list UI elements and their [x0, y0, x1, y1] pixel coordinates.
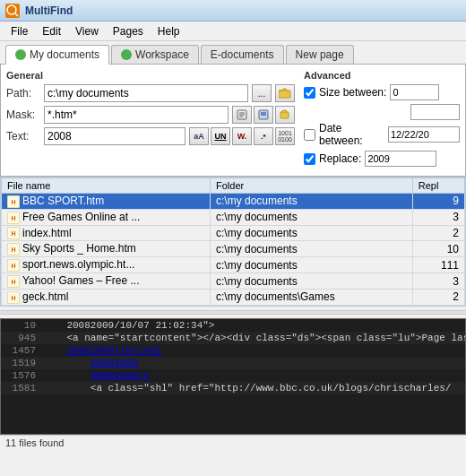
- app-title: MultiFind: [25, 4, 73, 17]
- cell-folder: c:\my documents: [211, 241, 413, 257]
- size-between-row: Size between:: [304, 84, 460, 100]
- col-header-repl[interactable]: Repl: [412, 178, 464, 194]
- path-browse-button[interactable]: ...: [252, 84, 272, 102]
- menu-help[interactable]: Help: [151, 23, 187, 39]
- svg-rect-10: [280, 112, 289, 118]
- line-number: 1457: [4, 345, 36, 356]
- highlight-text: 20082009: [91, 358, 138, 368]
- size-between-value2[interactable]: [410, 104, 460, 120]
- date-between-row: Date between:: [304, 122, 460, 147]
- menu-edit[interactable]: Edit: [35, 23, 68, 39]
- table-row[interactable]: HBBC SPORT.htmc:\my documents9: [2, 194, 465, 210]
- tab-my-documents[interactable]: My documents: [5, 45, 109, 65]
- menu-file[interactable]: File: [4, 23, 35, 39]
- text-label: Text:: [6, 130, 40, 143]
- text-input[interactable]: [44, 127, 186, 145]
- line-content: <a class="shl" href="http://www.bbc.co.u…: [43, 383, 451, 394]
- cell-folder: c:\my documents: [211, 225, 413, 241]
- table-header-row: File name Folder Repl: [2, 178, 465, 194]
- text-btn-un[interactable]: UN: [211, 127, 230, 145]
- result-line: 1581 <a class="shl" href="http://www.bbc…: [1, 382, 465, 394]
- date-between-checkbox[interactable]: [304, 129, 315, 141]
- menu-view[interactable]: View: [68, 23, 106, 39]
- mask-btn1[interactable]: [232, 106, 252, 124]
- status-text: 11 files found: [5, 437, 64, 448]
- text-btn-w[interactable]: W.: [232, 127, 252, 145]
- col-header-folder[interactable]: Folder: [211, 178, 413, 194]
- form-section: General Path: ... Mask:: [6, 70, 460, 170]
- size-between-label: Size between:: [319, 86, 386, 99]
- result-line: 1519 20082009: [1, 357, 465, 369]
- path-input[interactable]: [44, 84, 248, 102]
- line-content: 20082009/10/indi: [43, 345, 161, 356]
- results-container[interactable]: 10 20082009/10/07 21:02:34">945 <a name=…: [0, 318, 466, 435]
- line-content: 20082009: [43, 358, 138, 368]
- table-row[interactable]: Hindex.htmlc:\my documents2: [2, 225, 465, 241]
- cell-repl: 10: [412, 241, 464, 257]
- replace-row: Replace:: [304, 151, 460, 167]
- date-between-label: Date between:: [319, 122, 384, 147]
- path-label: Path:: [6, 87, 40, 100]
- cell-filename: Hsport.news.olympic.ht...: [2, 257, 211, 273]
- line-content: 20082009/10/07 21:02:34">: [43, 320, 214, 331]
- path-row: Path: ...: [6, 84, 295, 102]
- date-between-value1[interactable]: [388, 126, 460, 143]
- replace-value[interactable]: [365, 151, 436, 167]
- result-line: 945 <a name="startcontent"></a><div clas…: [1, 332, 465, 344]
- line-number: 10: [4, 320, 36, 331]
- tab-icon-my-documents: [15, 49, 26, 60]
- cell-repl: 9: [412, 194, 464, 210]
- tab-e-documents[interactable]: E-documents: [201, 45, 284, 64]
- cell-repl: 2: [412, 225, 464, 241]
- replace-label: Replace:: [319, 152, 361, 165]
- path-folder-button[interactable]: [275, 84, 295, 102]
- advanced-section: Advanced Size between: Date between:: [304, 70, 460, 170]
- text-btn-case[interactable]: aA: [189, 127, 209, 145]
- app-icon: [5, 4, 20, 18]
- cell-folder: c:\my documents: [211, 273, 413, 290]
- svg-point-0: [7, 5, 16, 14]
- table-row[interactable]: Hgeck.htmlc:\my documents\Games2: [2, 289, 465, 305]
- mask-btn2[interactable]: [254, 106, 273, 124]
- line-content: 20082009/1: [43, 370, 150, 381]
- table-row[interactable]: Hsport.news.olympic.ht...c:\my documents…: [2, 257, 465, 273]
- title-bar: MultiFind: [0, 0, 466, 22]
- cell-repl: 2: [412, 289, 464, 305]
- line-number: 1519: [4, 358, 36, 368]
- cell-folder: c:\my documents: [211, 209, 413, 225]
- size-between-value1[interactable]: [390, 84, 439, 100]
- menu-pages[interactable]: Pages: [106, 23, 151, 39]
- general-label: General: [6, 70, 295, 81]
- tab-bar: My documents Workspace E-documents New p…: [0, 41, 466, 65]
- cell-folder: c:\my documents: [211, 194, 413, 210]
- cell-filename: HSky Sports _ Home.htm: [2, 241, 211, 257]
- mask-btn3[interactable]: [275, 106, 295, 124]
- status-bar: 11 files found: [0, 435, 466, 450]
- svg-line-1: [15, 13, 18, 16]
- result-line: 1576 20082009/1: [1, 369, 465, 382]
- col-header-filename[interactable]: File name: [2, 178, 211, 194]
- table-row[interactable]: HYahoo! Games – Free ...c:\my documents3: [2, 273, 465, 290]
- table-row[interactable]: HFree Games Online at ...c:\my documents…: [2, 209, 465, 225]
- text-btn-binary[interactable]: 10010100: [275, 127, 295, 145]
- mask-toolbar: [232, 106, 295, 124]
- file-table-container[interactable]: File name Folder Repl HBBC SPORT.htmc:\m…: [0, 177, 466, 307]
- table-row[interactable]: HSky Sports _ Home.htmc:\my documents10: [2, 241, 465, 257]
- tab-icon-workspace: [121, 49, 132, 60]
- menu-bar: File Edit View Pages Help: [0, 22, 466, 41]
- svg-rect-2: [279, 91, 290, 98]
- resize-divider[interactable]: [0, 310, 466, 315]
- cell-filename: Hgeck.html: [2, 289, 211, 305]
- mask-input[interactable]: [44, 106, 229, 124]
- cell-filename: HFree Games Online at ...: [2, 209, 211, 225]
- cell-repl: 3: [412, 273, 464, 290]
- tab-new-page[interactable]: New page: [286, 45, 354, 64]
- line-content: <a name="startcontent"></a><div class="d…: [43, 333, 466, 343]
- replace-checkbox[interactable]: [304, 153, 315, 165]
- text-row: Text: aA UN W. .* 10010100: [6, 127, 295, 145]
- size-between-checkbox[interactable]: [304, 87, 315, 99]
- text-btn-regex[interactable]: .*: [254, 127, 273, 145]
- tab-workspace[interactable]: Workspace: [111, 45, 199, 64]
- highlight-text: 20082009/1: [91, 370, 150, 381]
- file-table: File name Folder Repl HBBC SPORT.htmc:\m…: [1, 177, 465, 306]
